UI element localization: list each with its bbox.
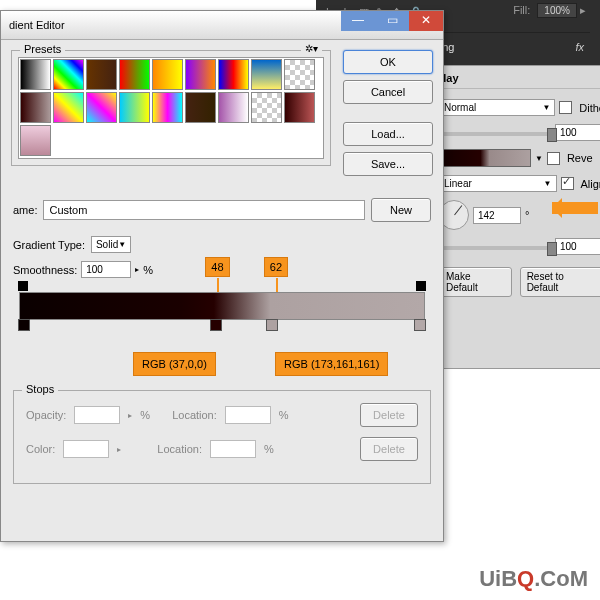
delete-color-button: Delete — [360, 437, 418, 461]
location-label-2: Location: — [157, 443, 202, 455]
watermark: UiBQ.CoM — [479, 566, 588, 592]
fx-badge[interactable]: fx — [575, 41, 584, 53]
maximize-button[interactable]: ▭ — [375, 11, 409, 31]
preset-swatches[interactable] — [18, 57, 324, 159]
ok-button[interactable]: OK — [343, 50, 433, 74]
fill-label: Fill: — [513, 4, 530, 16]
smoothness-label: Smoothness: — [13, 264, 77, 276]
color-stop-input — [63, 440, 109, 458]
reverse-check[interactable] — [547, 152, 560, 165]
color-stop-100[interactable] — [414, 319, 426, 331]
dialog-title: dient Editor — ▭ ✕ — [1, 11, 443, 40]
opacity-stop-left[interactable] — [18, 281, 28, 291]
angle-input[interactable]: 142 — [473, 207, 521, 224]
gradient-type-label: Gradient Type: — [13, 239, 85, 251]
gradient-bar-wrap: 48 62 RGB (37,0,0) RGB (173,161,161) — [13, 292, 431, 320]
chevron-down-icon: ▼ — [544, 179, 552, 188]
color-stop-48[interactable] — [210, 319, 222, 331]
gradient-editor-dialog: dient Editor — ▭ ✕ Presets ✲▾ — [0, 10, 444, 542]
stops-group: Stops Opacity: ▸% Location: % Delete Col… — [13, 390, 431, 484]
opacity-slider[interactable] — [439, 132, 551, 136]
cancel-button[interactable]: Cancel — [343, 80, 433, 104]
style-select[interactable]: Linear▼ — [439, 175, 557, 192]
scale-slider[interactable] — [439, 246, 551, 250]
fill-box: Fill: 100% ▸ — [513, 4, 586, 17]
gradient-type-select[interactable]: Solid▼ — [91, 236, 131, 253]
dither-check[interactable] — [559, 101, 572, 114]
chevron-right-icon[interactable]: ▸ — [580, 4, 586, 16]
align-check[interactable] — [561, 177, 574, 190]
overlay-header: rlay — [439, 72, 600, 89]
minimize-button[interactable]: — — [341, 11, 375, 31]
fill-value[interactable]: 100% — [537, 3, 577, 18]
name-input[interactable]: Custom — [43, 200, 365, 220]
location-label: Location: — [172, 409, 217, 421]
scale-input[interactable]: 100 — [555, 238, 600, 255]
load-button[interactable]: Load... — [343, 122, 433, 146]
layer-style-panel: rlay Normal▼ Dithe 100 ▼ Reve Linear▼ Al… — [432, 65, 600, 369]
gear-icon[interactable]: ✲▾ — [301, 43, 322, 54]
presets-group: Presets ✲▾ — [11, 50, 331, 166]
close-button[interactable]: ✕ — [409, 11, 443, 31]
color-label: Color: — [26, 443, 55, 455]
color-stop-62[interactable] — [266, 319, 278, 331]
chevron-down-icon[interactable]: ▼ — [535, 154, 543, 163]
save-button[interactable]: Save... — [343, 152, 433, 176]
callout-48: 48 — [205, 257, 229, 277]
annotation-arrow — [552, 202, 598, 214]
reset-default-button[interactable]: Reset to Default — [520, 267, 600, 297]
make-default-button[interactable]: Make Default — [439, 267, 512, 297]
callout-rgb2: RGB (173,161,161) — [275, 352, 388, 376]
callout-62: 62 — [264, 257, 288, 277]
new-button[interactable]: New — [371, 198, 431, 222]
name-label: ame: — [13, 204, 37, 216]
gradient-preview[interactable] — [439, 149, 531, 167]
opacity-label: Opacity: — [26, 409, 66, 421]
presets-label: Presets — [20, 43, 65, 55]
opacity-location-input — [225, 406, 271, 424]
chevron-right-icon[interactable]: ▸ — [135, 265, 139, 274]
color-location-input — [210, 440, 256, 458]
opacity-stop-right[interactable] — [416, 281, 426, 291]
delete-opacity-button: Delete — [360, 403, 418, 427]
color-stop-0[interactable] — [18, 319, 30, 331]
chevron-down-icon: ▼ — [542, 103, 550, 112]
opacity-stop-input — [74, 406, 120, 424]
chevron-down-icon: ▼ — [118, 240, 126, 249]
opacity-input[interactable]: 100 — [555, 124, 600, 141]
gradient-bar[interactable] — [19, 292, 425, 320]
smoothness-input[interactable]: 100 — [81, 261, 131, 278]
stops-label: Stops — [22, 383, 58, 395]
callout-rgb1: RGB (37,0,0) — [133, 352, 216, 376]
blend-select[interactable]: Normal▼ — [439, 99, 555, 116]
